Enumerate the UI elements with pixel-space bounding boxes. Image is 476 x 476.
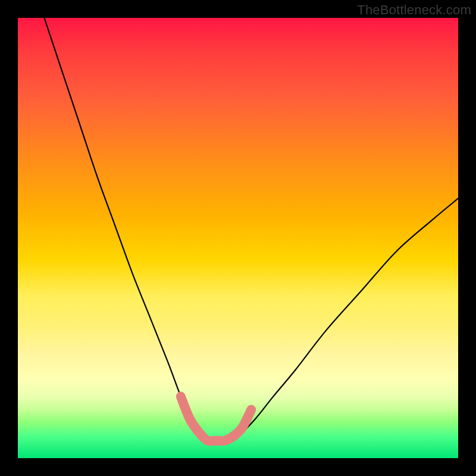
bottleneck-curve-main bbox=[44, 18, 458, 441]
bottleneck-curve-marker bbox=[181, 396, 251, 441]
chart-frame: TheBottleneck.com bbox=[0, 0, 476, 476]
chart-svg bbox=[18, 18, 458, 458]
watermark-text: TheBottleneck.com bbox=[357, 2, 471, 18]
plot-area bbox=[18, 18, 458, 458]
